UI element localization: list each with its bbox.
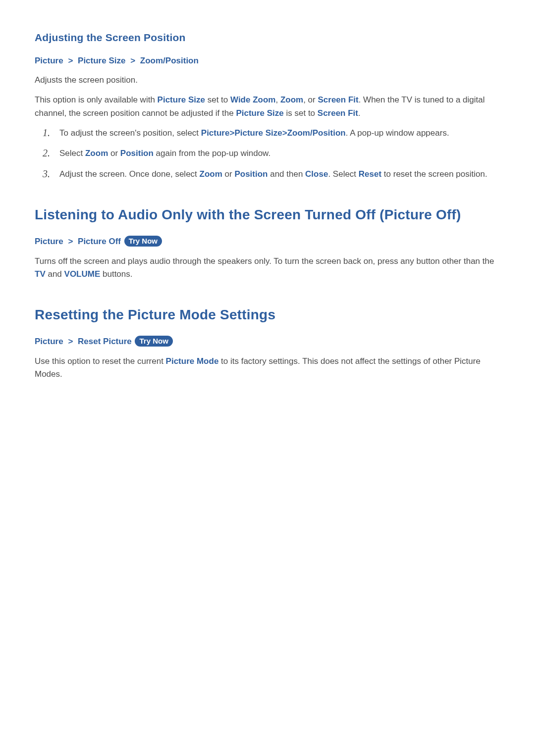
- highlight-term: Zoom: [85, 149, 108, 158]
- highlight-term: Zoom/Position: [287, 128, 346, 138]
- breadcrumb-item: Picture: [35, 56, 63, 65]
- try-now-badge[interactable]: Try Now: [135, 336, 172, 347]
- step-number: 3.: [43, 166, 50, 182]
- text: again from the pop-up window.: [154, 149, 270, 158]
- step-number: 1.: [43, 125, 50, 141]
- breadcrumb-1: Picture > Picture Size > Zoom/Position: [35, 54, 500, 67]
- highlight-term: Close: [305, 169, 328, 179]
- breadcrumb-sep-icon: >: [130, 54, 135, 67]
- breadcrumb-item: Picture Size: [78, 56, 125, 65]
- breadcrumb-3: Picture > Reset Picture Try Now: [35, 335, 500, 348]
- step-item: 2. Select Zoom or Position again from th…: [35, 147, 500, 160]
- text: ,: [275, 95, 280, 104]
- text: Turns off the screen and plays audio thr…: [35, 256, 494, 266]
- breadcrumb-sep-icon: >: [229, 128, 234, 138]
- text: . A pop-up window appears.: [346, 128, 449, 138]
- heading-picture-off: Listening to Audio Only with the Screen …: [35, 204, 500, 225]
- highlight-term: Picture Size: [158, 95, 205, 104]
- paragraph: This option is only available with Pictu…: [35, 94, 500, 120]
- step-number: 2.: [43, 146, 50, 161]
- text: to reset the screen position.: [381, 169, 487, 179]
- text: To adjust the screen's position, select: [59, 128, 201, 138]
- try-now-badge[interactable]: Try Now: [124, 236, 162, 247]
- breadcrumb-2: Picture > Picture Off Try Now: [35, 235, 500, 248]
- highlight-term: Position: [120, 149, 154, 158]
- text: set to: [205, 95, 230, 104]
- breadcrumb-item: Zoom/Position: [140, 56, 199, 65]
- text: . Select: [328, 169, 358, 179]
- highlight-term: TV: [35, 269, 46, 279]
- text: buttons.: [100, 269, 132, 279]
- steps-list: 1. To adjust the screen's position, sele…: [35, 127, 500, 181]
- highlight-term: Picture Size: [234, 128, 282, 138]
- text: .: [358, 108, 361, 118]
- text: Adjust the screen. Once done, select: [59, 169, 200, 179]
- heading-reset-picture: Resetting the Picture Mode Settings: [35, 304, 500, 325]
- breadcrumb-sep-icon: >: [68, 235, 73, 248]
- text: Use this option to reset the current: [35, 356, 166, 366]
- highlight-term: Picture Mode: [166, 356, 219, 366]
- highlight-term: Screen Fit: [318, 108, 358, 118]
- highlight-term: Picture Size: [236, 108, 283, 118]
- breadcrumb-sep-icon: >: [68, 54, 73, 67]
- highlight-term: Position: [234, 169, 268, 179]
- highlight-term: Picture: [201, 128, 230, 138]
- highlight-term: Wide Zoom: [230, 95, 275, 104]
- breadcrumb-item: Picture Off: [78, 237, 121, 246]
- highlight-term: Zoom: [280, 95, 303, 104]
- paragraph: Turns off the screen and plays audio thr…: [35, 255, 500, 281]
- breadcrumb-item: Reset Picture: [78, 337, 132, 346]
- text: This option is only available with: [35, 95, 158, 104]
- step-item: 1. To adjust the screen's position, sele…: [35, 127, 500, 140]
- highlight-term: VOLUME: [64, 269, 101, 279]
- breadcrumb-item: Picture: [35, 237, 63, 246]
- step-item: 3. Adjust the screen. Once done, select …: [35, 168, 500, 181]
- paragraph: Use this option to reset the current Pic…: [35, 355, 500, 381]
- highlight-term: Zoom: [200, 169, 222, 179]
- text: is set to: [284, 108, 318, 118]
- text: or: [108, 149, 120, 158]
- text: or: [222, 169, 235, 179]
- text: and: [46, 269, 64, 279]
- breadcrumb-sep-icon: >: [68, 335, 73, 348]
- paragraph: Adjusts the screen position.: [35, 74, 500, 87]
- highlight-term: Reset: [359, 169, 381, 179]
- subheading-adjusting-screen-position: Adjusting the Screen Position: [35, 30, 500, 46]
- text: , or: [303, 95, 318, 104]
- highlight-term: Screen Fit: [318, 95, 358, 104]
- breadcrumb-sep-icon: >: [282, 128, 287, 138]
- text: and then: [268, 169, 305, 179]
- breadcrumb-item: Picture: [35, 337, 63, 346]
- text: Select: [59, 149, 85, 158]
